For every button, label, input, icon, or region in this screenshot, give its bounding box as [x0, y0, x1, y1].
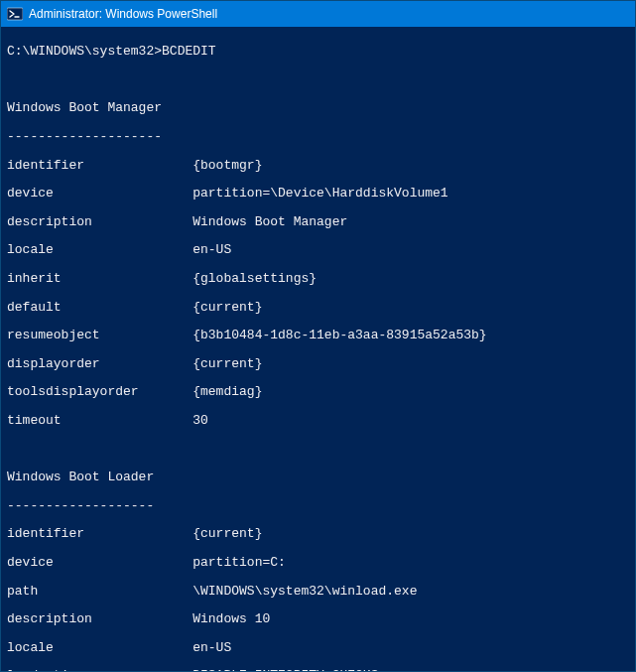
kv-row: identifier{bootmgr}	[7, 159, 629, 173]
kv-value: \WINDOWS\system32\winload.exe	[192, 585, 417, 599]
section-title-loader: Windows Boot Loader	[7, 470, 629, 484]
kv-row: localeen-US	[7, 641, 629, 655]
kv-value: {current}	[192, 527, 262, 541]
window-title: Administrator: Windows PowerShell	[29, 7, 217, 21]
kv-row: toolsdisplayorder{memdiag}	[7, 385, 629, 399]
kv-row: path\WINDOWS\system32\winload.exe	[7, 585, 629, 599]
kv-row: displayorder{current}	[7, 357, 629, 371]
kv-key: locale	[7, 641, 192, 655]
kv-key: description	[7, 215, 192, 229]
titlebar[interactable]: Administrator: Windows PowerShell	[1, 1, 635, 27]
svg-rect-0	[7, 8, 23, 20]
kv-row: inherit{globalsettings}	[7, 272, 629, 286]
kv-value: partition=C:	[192, 556, 286, 570]
kv-row: resumeobject{b3b10484-1d8c-11eb-a3aa-839…	[7, 329, 629, 342]
kv-row: devicepartition=C:	[7, 556, 629, 570]
kv-row: descriptionWindows Boot Manager	[7, 215, 629, 229]
kv-key: path	[7, 585, 192, 599]
kv-key: resumeobject	[7, 329, 192, 342]
section-title-bootmgr: Windows Boot Manager	[7, 101, 629, 115]
kv-key: toolsdisplayorder	[7, 385, 192, 399]
kv-value: en-US	[192, 243, 231, 257]
kv-value: Windows 10	[192, 612, 270, 626]
kv-row: identifier{current}	[7, 527, 629, 541]
kv-row: devicepartition=\Device\HarddiskVolume1	[7, 187, 629, 201]
kv-key: identifier	[7, 527, 192, 541]
kv-value: {b3b10484-1d8c-11eb-a3aa-83915a52a53b}	[192, 329, 486, 342]
prompt-line: C:\WINDOWS\system32>BCDEDIT	[7, 45, 629, 59]
section-rule: -------------------	[7, 499, 629, 513]
kv-key: default	[7, 301, 192, 315]
kv-key: device	[7, 187, 192, 201]
kv-row: descriptionWindows 10	[7, 612, 629, 626]
kv-row: localeen-US	[7, 243, 629, 257]
blank-line	[7, 73, 629, 87]
kv-key: inherit	[7, 272, 192, 286]
kv-value: {current}	[192, 357, 262, 371]
kv-key: device	[7, 556, 192, 570]
kv-value: {bootmgr}	[192, 159, 262, 173]
blank-line	[7, 443, 629, 457]
kv-key: locale	[7, 243, 192, 257]
kv-key: identifier	[7, 159, 192, 173]
kv-value: partition=\Device\HarddiskVolume1	[192, 187, 447, 201]
kv-value: DISABLE_INTEGRITY_CHECKS	[192, 669, 378, 671]
kv-value: Windows Boot Manager	[192, 215, 347, 229]
kv-value: en-US	[192, 641, 231, 655]
kv-value: {memdiag}	[192, 385, 262, 399]
kv-key: displayorder	[7, 357, 192, 371]
kv-row: timeout30	[7, 414, 629, 428]
kv-row: loadoptionsDISABLE_INTEGRITY_CHECKS	[7, 669, 629, 671]
kv-key: description	[7, 612, 192, 626]
powershell-window: Administrator: Windows PowerShell C:\WIN…	[0, 0, 636, 672]
powershell-icon	[7, 6, 23, 22]
kv-value: {current}	[192, 301, 262, 315]
prompt-path: C:\WINDOWS\system32>	[7, 44, 162, 59]
section-rule: --------------------	[7, 130, 629, 144]
kv-value: 30	[192, 414, 208, 428]
kv-key: loadoptions	[7, 669, 192, 671]
kv-value: {globalsettings}	[192, 272, 317, 286]
kv-row: default{current}	[7, 301, 629, 315]
terminal-output[interactable]: C:\WINDOWS\system32>BCDEDIT Windows Boot…	[1, 27, 635, 671]
kv-key: timeout	[7, 414, 192, 428]
prompt-command: BCDEDIT	[162, 44, 216, 59]
